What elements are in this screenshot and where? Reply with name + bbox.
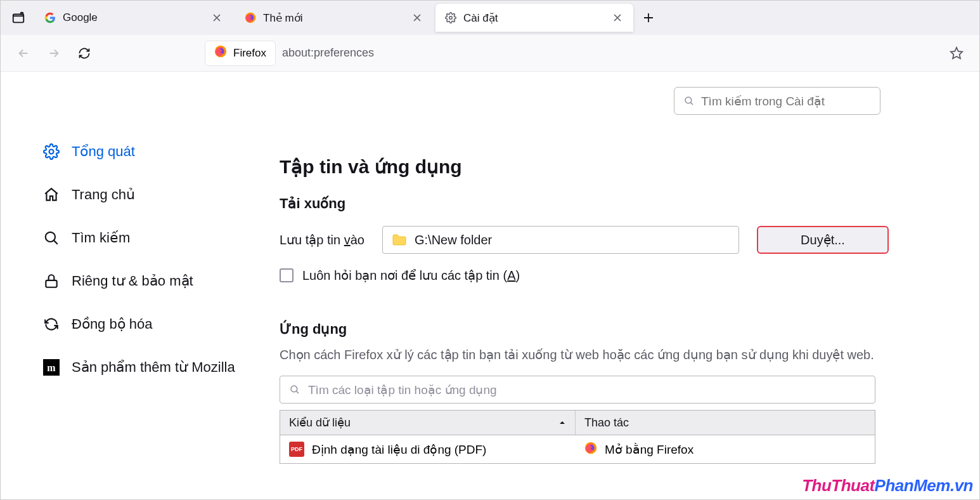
tab-settings[interactable]: Cài đặt [435, 4, 633, 32]
always-ask-checkbox[interactable] [280, 268, 293, 282]
svg-point-14 [291, 386, 297, 392]
sidebar-item-label: Sản phẩm thêm từ Mozilla [72, 359, 235, 376]
svg-rect-1 [21, 13, 23, 15]
tab-strip: Google Thẻ mới Cài đặt [1, 1, 979, 35]
close-icon[interactable] [610, 11, 624, 25]
applications-table: Kiểu dữ liệu Thao tác PDF Định dạng tài … [280, 410, 875, 464]
applications-heading: Ứng dụng [280, 321, 979, 338]
tab-new[interactable]: Thẻ mới [235, 4, 433, 32]
save-location-label: Lưu tập tin vào [280, 232, 364, 247]
sort-asc-icon [558, 419, 566, 426]
gear-icon [444, 11, 457, 24]
browse-button[interactable]: Duyệt... [757, 226, 889, 254]
firefox-icon [244, 11, 257, 24]
bookmark-star-button[interactable] [945, 42, 968, 65]
folder-icon [392, 234, 407, 246]
sidebar-item-label: Tổng quát [72, 143, 135, 160]
table-header: Kiểu dữ liệu Thao tác [280, 410, 875, 435]
svg-rect-10 [46, 280, 56, 287]
sidebar-item-privacy[interactable]: Riêng tư & bảo mật [40, 260, 273, 303]
new-tab-button[interactable] [636, 5, 661, 30]
sidebar-item-home[interactable]: Trang chủ [40, 173, 273, 216]
save-location-row: Lưu tập tin vào G:\New folder Duyệt... [280, 226, 979, 254]
svg-point-4 [449, 16, 453, 20]
lock-icon [42, 272, 60, 290]
settings-search-input[interactable]: Tìm kiếm trong Cài đặt [674, 87, 880, 115]
sidebar-item-sync[interactable]: Đồng bộ hóa [40, 303, 273, 346]
watermark: ThuThuatPhanMem.vn [802, 476, 973, 496]
cell-action[interactable]: Mở bằng Firefox [576, 435, 875, 463]
search-icon [683, 95, 695, 107]
svg-point-9 [46, 232, 55, 242]
sidebar-item-label: Trang chủ [72, 187, 135, 203]
pdf-icon: PDF [289, 442, 304, 457]
download-folder-path: G:\New folder [415, 233, 492, 247]
download-folder-input[interactable]: G:\New folder [382, 226, 739, 254]
sync-icon [42, 315, 60, 333]
column-content-type[interactable]: Kiểu dữ liệu [280, 411, 576, 435]
tab-label: Thẻ mới [263, 11, 404, 25]
settings-main: Tìm kiếm trong Cài đặt Tập tin và ứng dụ… [273, 72, 979, 500]
identity-box[interactable]: Firefox [205, 41, 276, 66]
column-action[interactable]: Thao tác [576, 411, 875, 435]
settings-sidebar: Tổng quát Trang chủ Tìm kiếm Riêng tư & … [1, 72, 273, 500]
svg-marker-7 [951, 47, 962, 58]
search-icon [42, 229, 60, 247]
close-icon[interactable] [410, 11, 424, 25]
tab-label: Cài đặt [463, 11, 604, 25]
svg-point-13 [685, 97, 692, 103]
sidebar-item-label: Đồng bộ hóa [72, 316, 153, 332]
svg-text:m: m [47, 362, 56, 373]
application-search-input[interactable]: Tìm các loại tập tin hoặc ứng dụng [280, 376, 875, 404]
mozilla-icon: m [42, 359, 60, 376]
tab-google[interactable]: Google [35, 4, 233, 32]
table-row[interactable]: PDF Định dạng tài liệu di động (PDF) Mở … [280, 435, 875, 463]
always-ask-label: Luôn hỏi bạn nơi để lưu các tập tin (A) [302, 268, 520, 283]
nav-toolbar: Firefox about:preferences [1, 35, 979, 72]
google-icon [44, 11, 56, 24]
reload-button[interactable] [73, 42, 96, 65]
url-bar[interactable]: Firefox about:preferences [205, 41, 938, 66]
sidebar-item-label: Riêng tư & bảo mật [72, 273, 193, 289]
app-menu-button[interactable] [4, 5, 32, 30]
application-search-placeholder: Tìm các loại tập tin hoặc ứng dụng [308, 383, 497, 397]
home-icon [42, 186, 60, 204]
close-icon[interactable] [210, 11, 224, 25]
url-text: about:preferences [282, 46, 374, 60]
sidebar-item-general[interactable]: Tổng quát [40, 130, 273, 173]
svg-point-8 [49, 150, 54, 154]
applications-desc: Chọn cách Firefox xử lý các tập tin bạn … [280, 345, 875, 364]
preferences-content: Tổng quát Trang chủ Tìm kiếm Riêng tư & … [1, 72, 979, 500]
sidebar-item-search[interactable]: Tìm kiếm [40, 216, 273, 260]
sidebar-item-label: Tìm kiếm [72, 230, 130, 246]
settings-search-placeholder: Tìm kiếm trong Cài đặt [701, 94, 825, 109]
firefox-icon [214, 45, 227, 61]
tab-label: Google [63, 11, 203, 24]
downloads-heading: Tải xuống [280, 195, 979, 212]
cell-content-type: PDF Định dạng tài liệu di động (PDF) [280, 435, 576, 463]
gear-icon [42, 143, 60, 161]
search-icon [289, 384, 300, 395]
back-button[interactable] [12, 42, 35, 65]
section-heading: Tập tin và ứng dụng [280, 155, 979, 178]
sidebar-item-more-mozilla[interactable]: m Sản phẩm thêm từ Mozilla [40, 346, 273, 389]
forward-button[interactable] [42, 42, 65, 65]
always-ask-row[interactable]: Luôn hỏi bạn nơi để lưu các tập tin (A) [280, 268, 979, 283]
firefox-icon [584, 442, 597, 457]
identity-label: Firefox [233, 47, 266, 60]
